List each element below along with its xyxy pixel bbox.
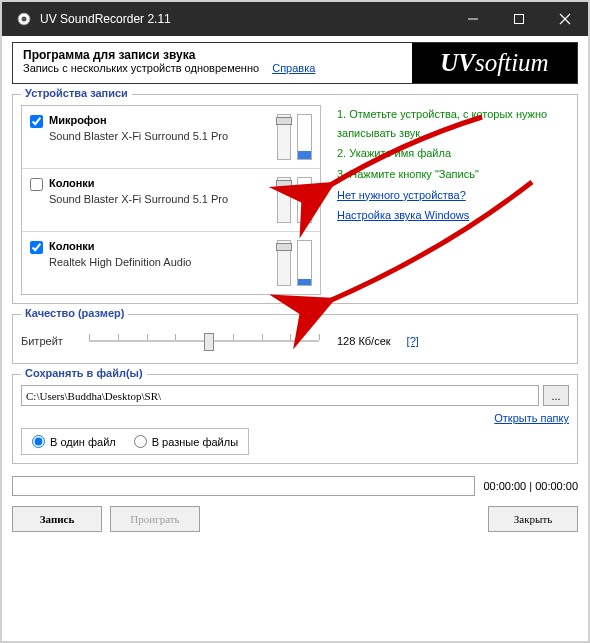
tip-1: 1. Отметьте устройства, с которых нужно … (337, 105, 563, 142)
volume-slider[interactable] (277, 240, 291, 286)
window-title: UV SoundRecorder 2.11 (40, 12, 171, 26)
tips-panel: 1. Отметьте устройства, с которых нужно … (321, 105, 569, 295)
radio-one-file[interactable] (32, 435, 45, 448)
level-meter (297, 240, 312, 286)
bitrate-slider[interactable] (89, 329, 319, 353)
device-checkbox[interactable] (30, 178, 43, 191)
sound-settings-link[interactable]: Настройка звука Windows (337, 206, 563, 225)
devices-group: Устройства записи Микрофон Sound Blaster… (12, 94, 578, 304)
device-desc: Sound Blaster X-Fi Surround 5.1 Pro (49, 193, 269, 205)
app-window: UV SoundRecorder 2.11 Программа для запи… (0, 0, 590, 643)
level-meter (297, 177, 312, 223)
save-group: Сохранять в файл(ы) ... Открыть папку В … (12, 374, 578, 464)
device-checkbox[interactable] (30, 241, 43, 254)
time-display: 00:00:00 | 00:00:00 (483, 480, 578, 492)
help-link[interactable]: Справка (272, 62, 315, 74)
brand-logo: UVsoftium (412, 43, 577, 83)
bitrate-value: 128 Кб/сек (337, 335, 391, 347)
level-meter (297, 114, 312, 160)
bitrate-label: Битрейт (21, 335, 81, 347)
svg-rect-3 (515, 15, 524, 24)
open-folder-link[interactable]: Открыть папку (494, 412, 569, 424)
header-strip: Программа для записи звука Запись с неск… (12, 42, 578, 84)
quality-legend: Качество (размер) (21, 307, 128, 319)
device-name: Микрофон (49, 114, 269, 126)
app-title: Программа для записи звука (23, 48, 195, 62)
save-legend: Сохранять в файл(ы) (21, 367, 147, 379)
devices-legend: Устройства записи (21, 87, 132, 99)
close-window-button[interactable] (542, 2, 588, 36)
save-mode-radios: В один файл В разные файлы (21, 428, 249, 455)
tip-3: 3. Нажмите кнопку "Запись" (337, 165, 563, 184)
device-desc: Realtek High Definition Audio (49, 256, 269, 268)
svg-point-1 (22, 17, 27, 22)
device-desc: Sound Blaster X-Fi Surround 5.1 Pro (49, 130, 269, 142)
radio-many-files[interactable] (134, 435, 147, 448)
volume-slider[interactable] (277, 177, 291, 223)
app-subtitle: Запись с нескольких устройств одновремен… (23, 62, 259, 74)
device-row: Микрофон Sound Blaster X-Fi Surround 5.1… (22, 106, 320, 169)
maximize-button[interactable] (496, 2, 542, 36)
device-name: Колонки (49, 177, 269, 189)
minimize-button[interactable] (450, 2, 496, 36)
record-button[interactable]: Запись (12, 506, 102, 532)
device-checkbox[interactable] (30, 115, 43, 128)
device-row: Колонки Sound Blaster X-Fi Surround 5.1 … (22, 169, 320, 232)
path-input[interactable] (21, 385, 539, 406)
progress-bar (12, 476, 475, 496)
device-row: Колонки Realtek High Definition Audio (22, 232, 320, 294)
close-button[interactable]: Закрыть (488, 506, 578, 532)
device-name: Колонки (49, 240, 269, 252)
volume-slider[interactable] (277, 114, 291, 160)
device-list: Микрофон Sound Blaster X-Fi Surround 5.1… (21, 105, 321, 295)
app-icon (16, 11, 32, 27)
bitrate-help-link[interactable]: [?] (407, 335, 419, 347)
no-device-link[interactable]: Нет нужного устройства? (337, 186, 563, 205)
tip-2: 2. Укажите имя файла (337, 144, 563, 163)
play-button[interactable]: Проиграть (110, 506, 200, 532)
titlebar: UV SoundRecorder 2.11 (2, 2, 588, 36)
quality-group: Качество (размер) Битрейт 128 Кб/сек [?] (12, 314, 578, 364)
browse-button[interactable]: ... (543, 385, 569, 406)
